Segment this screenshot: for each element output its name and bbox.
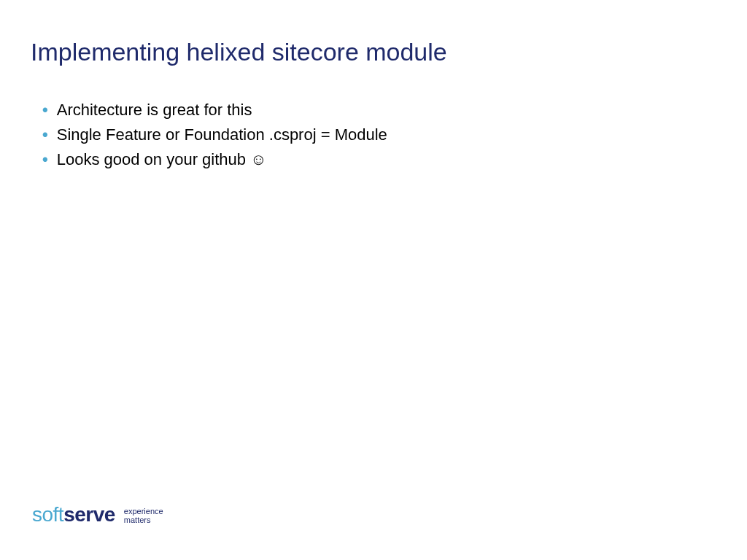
bullet-text: Single Feature or Foundation .csproj = M… — [57, 125, 387, 144]
list-item: • Architecture is great for this — [42, 101, 387, 120]
logo-serve: serve — [63, 503, 115, 526]
logo-tagline: experience matters — [124, 507, 163, 524]
logo-soft: soft — [32, 503, 63, 526]
bullet-list: • Architecture is great for this • Singl… — [42, 101, 387, 175]
bullet-icon: • — [42, 125, 48, 144]
bullet-text: Architecture is great for this — [57, 101, 252, 120]
bullet-text: Looks good on your github ☺ — [57, 150, 267, 169]
list-item: • Single Feature or Foundation .csproj =… — [42, 125, 387, 144]
brand-logo: softserve experience matters — [32, 503, 163, 526]
tagline-line-2: matters — [124, 516, 163, 524]
list-item: • Looks good on your github ☺ — [42, 150, 387, 169]
slide-title: Implementing helixed sitecore module — [31, 38, 447, 66]
bullet-icon: • — [42, 150, 48, 169]
bullet-icon: • — [42, 101, 48, 120]
tagline-line-1: experience — [124, 507, 163, 516]
logo-wordmark: softserve — [32, 503, 115, 526]
